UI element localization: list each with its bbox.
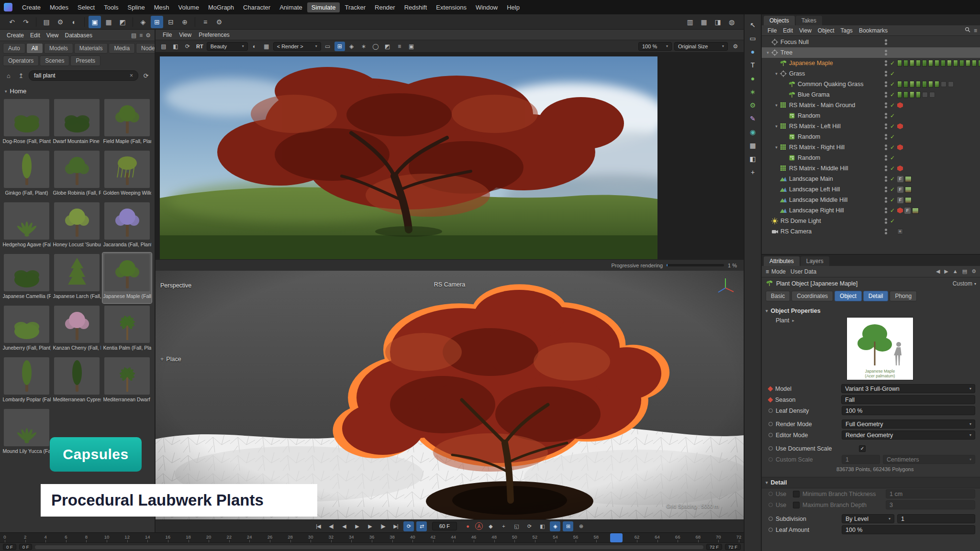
enable-check-icon[interactable]: ✓ bbox=[889, 154, 896, 161]
filter-tab-all[interactable]: All bbox=[26, 43, 43, 54]
expand-icon[interactable]: ▾ bbox=[765, 50, 771, 55]
keyframe-dot-icon[interactable] bbox=[768, 433, 773, 437]
material-swatch[interactable] bbox=[897, 91, 902, 98]
material-swatch[interactable] bbox=[916, 91, 921, 98]
asset-item-japanese-maple-fall[interactable]: Japanese Maple (Fall, ... bbox=[102, 253, 152, 303]
object-row-grass[interactable]: ▾Grass✓ bbox=[762, 68, 980, 79]
tag-icon[interactable] bbox=[922, 92, 928, 98]
dither-icon[interactable]: ▦ bbox=[261, 42, 272, 51]
redshift-tag-icon[interactable] bbox=[897, 208, 903, 213]
gear-icon[interactable]: ⚙ bbox=[971, 268, 976, 275]
menu-mesh[interactable]: Mesh bbox=[150, 2, 174, 12]
prev-key-button[interactable]: ◀| bbox=[326, 521, 336, 531]
enable-check-icon[interactable]: ✓ bbox=[889, 186, 896, 193]
om-menu-bookmarks[interactable]: Bookmarks bbox=[856, 26, 891, 35]
field-icon[interactable]: ◉ bbox=[746, 126, 759, 138]
settings-icon[interactable]: ⚙ bbox=[213, 16, 225, 28]
magnet-icon[interactable]: ◈ bbox=[137, 16, 149, 28]
visibility-dots[interactable] bbox=[884, 197, 888, 203]
preview-end-field[interactable]: 72 F bbox=[706, 544, 722, 550]
visibility-dots[interactable] bbox=[884, 176, 888, 182]
renderer-dropdown[interactable]: < Render >▾ bbox=[273, 42, 321, 51]
key-parameter-button[interactable]: ◧ bbox=[537, 521, 547, 531]
object-row-rs-matrix-left-hill[interactable]: ▾RS Matrix - Left Hill✓ bbox=[762, 121, 980, 132]
axis-gizmo[interactable] bbox=[715, 276, 736, 299]
play-button[interactable]: ▶ bbox=[352, 521, 362, 531]
denoise-icon[interactable]: ∗ bbox=[358, 42, 369, 51]
filter-tab-nodes[interactable]: Nodes bbox=[136, 43, 156, 54]
visibility-dots[interactable] bbox=[884, 50, 888, 55]
filmstrip-icon[interactable]: ▤ bbox=[158, 42, 169, 51]
compare-icon[interactable]: ◐ bbox=[249, 42, 260, 51]
asset-item-japanese-larch-fall[interactable]: Japanese Larch (Fall,... bbox=[52, 253, 101, 303]
object-row-tree[interactable]: ▾Tree bbox=[762, 47, 980, 58]
material-swatch[interactable] bbox=[959, 60, 964, 66]
model-mode-icon[interactable]: ▣ bbox=[89, 16, 101, 28]
place-tool-hud[interactable]: + Place bbox=[160, 356, 181, 363]
category-tab-presets[interactable]: Presets bbox=[70, 55, 100, 66]
attr-tab-attributes[interactable]: Attributes bbox=[764, 256, 800, 266]
uv-icon[interactable]: ▦ bbox=[746, 140, 759, 151]
material-swatch[interactable] bbox=[916, 60, 921, 66]
grid-icon[interactable]: ▤ bbox=[962, 268, 967, 275]
keyframe-button[interactable]: ◆ bbox=[485, 521, 496, 531]
visibility-dots[interactable] bbox=[884, 208, 888, 213]
reload-icon[interactable]: ⟳ bbox=[141, 71, 151, 80]
object-row-landscape-main[interactable]: Landscape Main✓F bbox=[762, 174, 980, 184]
redshift-tag-icon[interactable] bbox=[897, 123, 903, 129]
section-tab-coordinates[interactable]: Coordinates bbox=[791, 291, 833, 301]
material-swatch[interactable] bbox=[928, 81, 933, 88]
material-swatch[interactable] bbox=[912, 208, 919, 214]
folder-up-icon[interactable]: ↥ bbox=[16, 71, 26, 80]
visibility-dots[interactable] bbox=[884, 113, 888, 119]
preview-start-field[interactable]: 0 F bbox=[19, 544, 33, 550]
menu-character[interactable]: Character bbox=[239, 2, 275, 12]
enable-check-icon[interactable]: ✓ bbox=[889, 123, 896, 130]
object-row-rs-matrix-right-hill[interactable]: ▾RS Matrix - Right Hill✓ bbox=[762, 142, 980, 153]
field-tag-icon[interactable]: F bbox=[897, 176, 903, 182]
plant-preview[interactable]: Japanese Maple (Acer palmatum) bbox=[846, 317, 913, 380]
expand-icon[interactable]: ▾ bbox=[773, 71, 780, 76]
range-slider[interactable] bbox=[35, 545, 703, 549]
visibility-dots[interactable] bbox=[884, 229, 888, 234]
ab-menu-view[interactable]: View bbox=[44, 31, 62, 40]
chevron-right-icon[interactable]: ▸ bbox=[792, 318, 795, 323]
asset-item-ginkgo-fall-plant[interactable]: Ginkgo (Fall, Plant) bbox=[2, 149, 51, 200]
autokey-button[interactable]: A bbox=[475, 522, 483, 530]
visibility-dots[interactable] bbox=[884, 39, 888, 45]
up-icon[interactable]: ▲ bbox=[953, 268, 958, 275]
visibility-dots[interactable] bbox=[884, 123, 888, 129]
scene-start-field[interactable]: 0 F bbox=[3, 544, 16, 550]
visibility-dots[interactable] bbox=[884, 92, 888, 98]
asset-item-globe-robinia-fall-pl[interactable]: Globe Robinia (Fall, Pl... bbox=[52, 149, 101, 200]
clay-icon[interactable]: ◯ bbox=[370, 42, 381, 51]
max-branch-checkbox[interactable] bbox=[793, 502, 800, 508]
text-tool-icon[interactable]: T bbox=[746, 59, 759, 71]
keyframe-dot-icon[interactable] bbox=[768, 422, 773, 426]
min-branch-checkbox[interactable] bbox=[793, 491, 800, 497]
menu-tools[interactable]: Tools bbox=[100, 2, 122, 12]
material-swatch[interactable] bbox=[935, 60, 939, 66]
visibility-dots[interactable] bbox=[884, 155, 888, 161]
keyframe-dot-icon[interactable] bbox=[768, 386, 773, 391]
menu-modes[interactable]: Modes bbox=[45, 2, 73, 12]
material-swatch[interactable] bbox=[905, 197, 912, 203]
layers-icon[interactable]: ◈ bbox=[346, 42, 357, 51]
visibility-dots[interactable] bbox=[884, 165, 888, 171]
filter-tab-media[interactable]: Media bbox=[109, 43, 135, 54]
search-icon[interactable] bbox=[965, 27, 970, 34]
material-swatch[interactable] bbox=[928, 60, 933, 66]
scene-end-field[interactable]: 72 F bbox=[725, 544, 741, 550]
enable-check-icon[interactable]: ✓ bbox=[889, 91, 896, 98]
texture-mode-icon[interactable]: ▦ bbox=[102, 16, 115, 28]
pv-icon[interactable]: ▣ bbox=[406, 42, 417, 51]
dynamics-icon[interactable]: ⚙ bbox=[746, 99, 759, 111]
section-tab-object[interactable]: Object bbox=[835, 291, 862, 301]
object-row-common-quaking-grass[interactable]: Common Quaking Grass✓ bbox=[762, 79, 980, 89]
leaf-amount-field[interactable]: 100 % bbox=[842, 525, 975, 534]
field-tag-icon[interactable]: F bbox=[904, 208, 911, 214]
loop-button[interactable]: ⟳ bbox=[403, 521, 414, 531]
render-view-icon[interactable]: ▤ bbox=[40, 16, 53, 28]
workplane-icon[interactable]: ◩ bbox=[116, 16, 129, 28]
ab-menu-edit[interactable]: Edit bbox=[27, 31, 43, 40]
